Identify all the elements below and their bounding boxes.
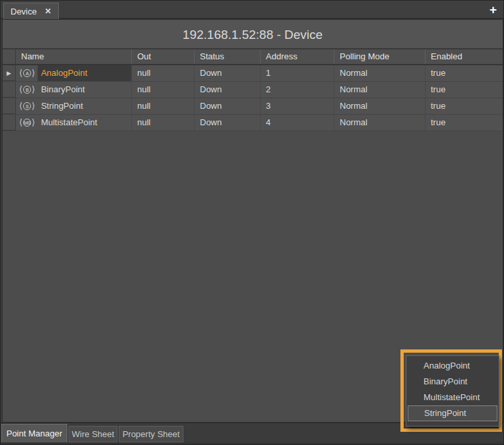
point-name-label: BinaryPoint — [38, 82, 131, 98]
column-header-address[interactable]: Address — [260, 49, 334, 64]
tab-device-label: Device — [11, 7, 37, 16]
cell-polling-mode: Normal — [334, 82, 425, 98]
cell-enabled: true — [425, 65, 503, 81]
table-row[interactable]: ⟨S⟩ StringPoint null Down 3 Normal true — [3, 98, 503, 115]
point-name-label: StringPoint — [38, 98, 131, 114]
row-selector[interactable] — [3, 98, 16, 114]
cell-polling-mode: Normal — [334, 65, 425, 81]
table-header-row: Name Out Status Address Polling Mode Ena… — [3, 49, 503, 65]
column-header-enabled[interactable]: Enabled — [425, 49, 503, 64]
string-point-icon: ⟨S⟩ — [19, 98, 35, 114]
cell-out: null — [131, 82, 194, 98]
cell-status: Down — [194, 65, 260, 81]
cell-out: null — [131, 65, 194, 81]
row-selector[interactable] — [3, 115, 16, 131]
row-selector-arrow[interactable]: ▶ — [3, 65, 16, 81]
cell-enabled: true — [425, 82, 503, 98]
menu-item-binary-point[interactable]: BinaryPoint — [406, 374, 499, 390]
multistate-point-icon: ⟨MS⟩ — [19, 115, 35, 131]
tab-device[interactable]: Device ✕ — [3, 3, 59, 19]
point-type-menu: AnalogPoint BinaryPoint MultistatePoint … — [406, 355, 499, 427]
cell-address: 4 — [260, 115, 334, 131]
cell-status: Down — [194, 82, 260, 98]
analog-point-icon: ⟨A⟩ — [19, 65, 35, 81]
page-title: 192.168.1.52:88 - Device — [3, 20, 503, 49]
binary-point-icon: ⟨B⟩ — [19, 82, 35, 98]
cell-polling-mode: Normal — [334, 98, 425, 114]
column-header-polling-mode[interactable]: Polling Mode — [334, 49, 425, 64]
cell-name[interactable]: ⟨S⟩ StringPoint — [16, 98, 131, 114]
tab-point-manager[interactable]: Point Manager — [1, 424, 67, 443]
table-row[interactable]: ⟨B⟩ BinaryPoint null Down 2 Normal true — [3, 82, 503, 98]
column-header-out[interactable]: Out — [131, 49, 194, 64]
app-window: Device ✕ + 192.168.1.52:88 - Device Name… — [0, 0, 504, 445]
add-tab-button[interactable]: + — [489, 2, 497, 18]
table-row[interactable]: ▶ ⟨A⟩ AnalogPoint null Down 1 Normal tru… — [3, 65, 503, 82]
cell-out: null — [131, 115, 194, 131]
menu-item-string-point[interactable]: StringPoint — [408, 405, 497, 421]
row-selector-header — [3, 49, 16, 64]
cell-status: Down — [194, 115, 260, 131]
cell-address: 2 — [260, 82, 334, 98]
cell-polling-mode: Normal — [334, 115, 425, 131]
tab-property-sheet[interactable]: Property Sheet — [119, 426, 183, 442]
cell-address: 3 — [260, 98, 334, 114]
cell-status: Down — [194, 98, 260, 114]
column-header-status[interactable]: Status — [194, 49, 260, 64]
menu-item-analog-point[interactable]: AnalogPoint — [406, 358, 499, 374]
point-name-label: MultistatePoint — [38, 115, 131, 131]
tab-wire-sheet[interactable]: Wire Sheet — [69, 426, 117, 442]
menu-item-multistate-point[interactable]: MultistatePoint — [406, 390, 499, 405]
table-row[interactable]: ⟨MS⟩ MultistatePoint null Down 4 Normal … — [3, 115, 503, 131]
cell-name[interactable]: ⟨B⟩ BinaryPoint — [16, 82, 131, 98]
cell-name[interactable]: ⟨MS⟩ MultistatePoint — [16, 115, 131, 131]
cell-enabled: true — [425, 115, 503, 131]
row-selector[interactable] — [3, 82, 16, 98]
cell-enabled: true — [425, 98, 503, 114]
top-tab-bar: Device ✕ + — [1, 1, 503, 19]
cell-address: 1 — [260, 65, 334, 81]
bottom-edge-strip — [1, 442, 503, 445]
annotation-highlight-box: AnalogPoint BinaryPoint MultistatePoint … — [400, 349, 502, 432]
column-header-name[interactable]: Name — [16, 49, 131, 64]
cell-out: null — [131, 98, 194, 114]
cell-name[interactable]: ⟨A⟩ AnalogPoint — [16, 65, 131, 81]
close-icon[interactable]: ✕ — [45, 7, 51, 16]
point-name-label: AnalogPoint — [38, 65, 131, 81]
